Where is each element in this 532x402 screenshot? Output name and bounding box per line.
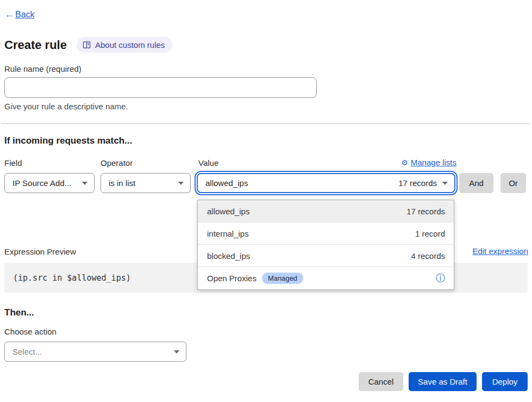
back-link[interactable]: ←Back (4, 9, 35, 20)
chevron-down-icon (82, 182, 87, 185)
value-select[interactable]: allowed_ips 17 records (197, 173, 455, 193)
value-label: Value (198, 158, 218, 168)
back-arrow-icon: ← (4, 9, 14, 20)
about-custom-rules-label: About custom rules (95, 40, 165, 50)
and-button[interactable]: And (459, 173, 493, 193)
operator-select-value: is in list (109, 178, 135, 188)
rule-name-helper: Give your rule a descriptive name. (4, 102, 128, 111)
operator-select[interactable]: is in list (101, 173, 191, 193)
expression-code: (ip.src in $allowed_ips) (13, 273, 131, 283)
action-select[interactable]: Select... (4, 342, 186, 362)
field-select-value: IP Source Add... (12, 178, 71, 188)
manage-lists-link[interactable]: ⚙ Manage lists (401, 158, 456, 167)
chevron-down-icon (442, 182, 448, 185)
list-option-open-proxies[interactable]: Open Proxies Managed ⓘ (198, 267, 454, 289)
expression-preview-label: Expression Preview (4, 247, 76, 256)
field-select[interactable]: IP Source Add... (4, 173, 95, 193)
list-option-allowed-ips[interactable]: allowed_ips 17 records (198, 200, 454, 222)
page-title: Create rule (4, 38, 67, 52)
value-select-value: allowed_ips (205, 178, 248, 188)
edit-expression-link[interactable]: Edit expression (472, 246, 528, 256)
manage-lists-label: Manage lists (411, 158, 456, 167)
field-label: Field (4, 158, 22, 168)
title-row: Create rule About custom rules (4, 37, 172, 53)
list-option-name: allowed_ips (207, 207, 249, 216)
list-option-records: 4 records (411, 251, 445, 261)
list-option-records: 1 record (415, 229, 445, 238)
about-custom-rules-link[interactable]: About custom rules (77, 37, 172, 53)
value-select-records: 17 records (398, 178, 437, 188)
list-option-name: blocked_ips (207, 251, 250, 261)
deploy-button[interactable]: Deploy (482, 372, 528, 391)
cancel-button[interactable]: Cancel (359, 372, 403, 391)
save-as-draft-button[interactable]: Save as Draft (409, 372, 477, 391)
back-link-label: Back (15, 10, 35, 20)
managed-badge: Managed (262, 273, 303, 284)
match-section-heading: If incoming requests match... (4, 135, 132, 146)
rule-name-input[interactable] (4, 77, 317, 98)
list-option-records: 17 records (406, 207, 445, 216)
chevron-down-icon (174, 350, 179, 354)
chevron-down-icon (178, 182, 184, 185)
list-option-blocked-ips[interactable]: blocked_ips 4 records (198, 245, 454, 267)
list-option-name: Open Proxies (207, 274, 256, 283)
gear-icon: ⚙ (401, 158, 408, 167)
then-section-heading: Then... (4, 307, 34, 318)
info-icon[interactable]: ⓘ (436, 274, 445, 283)
action-select-placeholder: Select... (12, 347, 42, 356)
rule-name-label: Rule name (required) (4, 64, 82, 73)
operator-label: Operator (101, 158, 133, 168)
list-dropdown-menu: allowed_ips 17 records internal_ips 1 re… (197, 200, 454, 290)
book-icon (83, 41, 91, 49)
list-option-internal-ips[interactable]: internal_ips 1 record (198, 222, 454, 245)
section-divider (2, 123, 530, 124)
or-button[interactable]: Or (500, 173, 526, 193)
create-rule-page: ←Back Create rule About custom rules Rul… (0, 0, 532, 402)
choose-action-label: Choose action (4, 327, 57, 336)
list-option-name: internal_ips (207, 229, 249, 238)
